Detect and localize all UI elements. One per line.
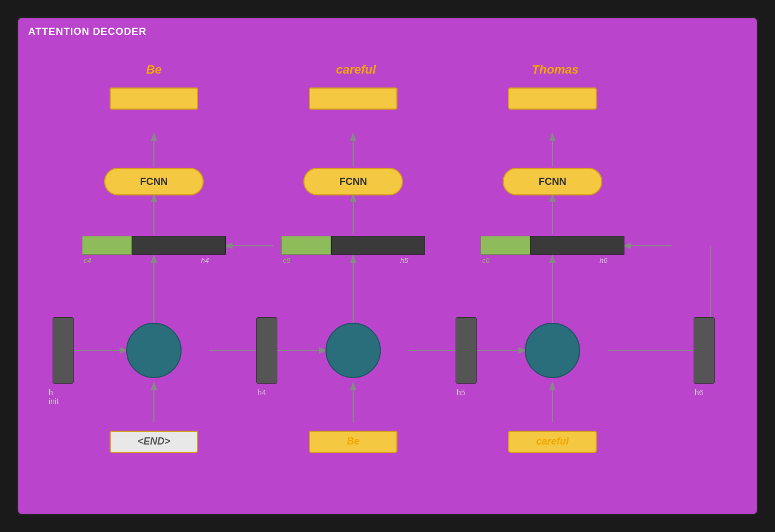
- c5-label: c5: [283, 256, 291, 265]
- state-bar-2: [281, 236, 425, 255]
- diagram-container: ATTENTION DECODER: [17, 17, 758, 515]
- rnn-circle-1: [126, 323, 182, 378]
- output-word-3: Thomas: [505, 63, 605, 77]
- fcnn-2: FCNN: [303, 168, 403, 195]
- end-input-label: <END>: [110, 436, 198, 447]
- h5-bar: [456, 317, 477, 384]
- c4-label: c4: [84, 256, 91, 265]
- output-box-2: [309, 87, 397, 110]
- state-bar-1-dark: [132, 236, 226, 255]
- h-init-label: hinit: [49, 388, 59, 406]
- state-bar-2-dark: [331, 236, 425, 255]
- h6-bar-label: h6: [695, 388, 704, 397]
- state-bar-3-dark: [530, 236, 624, 255]
- output-box-1: [110, 87, 198, 110]
- output-box-3: [508, 87, 597, 110]
- be-input-label: Be: [309, 436, 397, 447]
- output-word-1: Be: [110, 63, 198, 77]
- h5-label: h5: [400, 256, 408, 265]
- state-bar-1: [82, 236, 226, 255]
- state-bar-2-green: [281, 236, 331, 255]
- state-bar-1-green: [82, 236, 132, 255]
- state-bar-3: [480, 236, 624, 255]
- h5-bar-label: h5: [457, 388, 466, 397]
- h6-bar: [694, 317, 715, 384]
- output-word-2: careful: [306, 63, 406, 77]
- fcnn-3: FCNN: [503, 168, 602, 195]
- rnn-circle-2: [326, 323, 381, 378]
- h6-label: h6: [600, 256, 607, 265]
- careful-input-label: careful: [508, 436, 597, 447]
- c6-label: c6: [482, 256, 490, 265]
- h-init-bar: [53, 317, 74, 384]
- h4-bar-label: h4: [257, 388, 266, 397]
- diagram-title: ATTENTION DECODER: [28, 26, 147, 38]
- state-bar-3-green: [480, 236, 530, 255]
- fcnn-1: FCNN: [104, 168, 204, 195]
- h4-label: h4: [201, 256, 209, 265]
- rnn-circle-3: [525, 323, 580, 378]
- h4-bar: [256, 317, 277, 384]
